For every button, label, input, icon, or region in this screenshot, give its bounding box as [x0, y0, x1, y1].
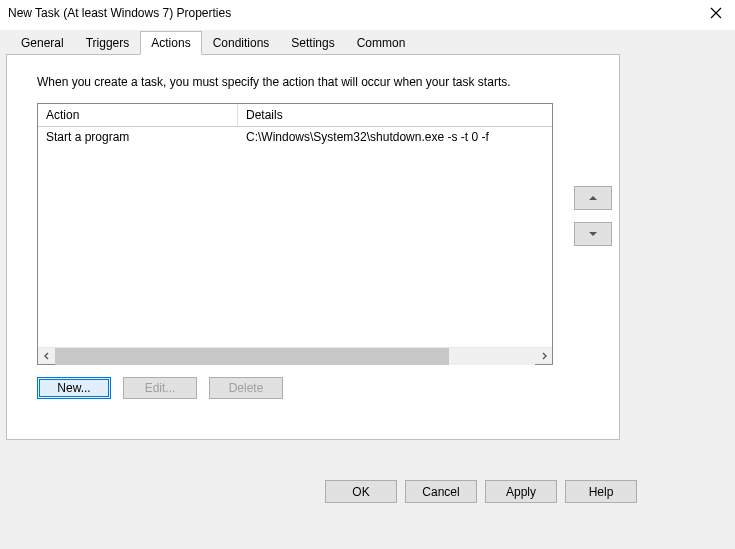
scroll-track[interactable]: [55, 348, 535, 365]
tab-common[interactable]: Common: [346, 31, 417, 55]
dialog-body: General Triggers Actions Conditions Sett…: [0, 30, 735, 549]
instruction-text: When you create a task, you must specify…: [37, 75, 589, 89]
reorder-buttons: [574, 186, 612, 246]
move-down-button[interactable]: [574, 222, 612, 246]
tab-triggers[interactable]: Triggers: [75, 31, 141, 55]
properties-window: New Task (At least Windows 7) Properties…: [0, 0, 735, 549]
close-icon[interactable]: [709, 6, 723, 20]
actions-table: Action Details Start a program C:\Window…: [37, 103, 553, 365]
scroll-thumb[interactable]: [55, 348, 449, 365]
horizontal-scrollbar[interactable]: [38, 347, 552, 364]
tab-general[interactable]: General: [10, 31, 75, 55]
ok-button[interactable]: OK: [325, 480, 397, 503]
tab-actions[interactable]: Actions: [140, 31, 201, 55]
table-row[interactable]: Start a program C:\Windows\System32\shut…: [38, 127, 552, 147]
cancel-button[interactable]: Cancel: [405, 480, 477, 503]
cell-details: C:\Windows\System32\shutdown.exe -s -t 0…: [238, 127, 552, 147]
apply-button[interactable]: Apply: [485, 480, 557, 503]
titlebar: New Task (At least Windows 7) Properties: [0, 0, 735, 24]
tabstrip: General Triggers Actions Conditions Sett…: [6, 30, 729, 54]
table-header: Action Details: [38, 104, 552, 127]
dialog-button-row: OK Cancel Apply Help: [325, 480, 637, 503]
move-up-button[interactable]: [574, 186, 612, 210]
scroll-left-icon[interactable]: [38, 348, 55, 365]
cell-action: Start a program: [38, 127, 238, 147]
tab-settings[interactable]: Settings: [280, 31, 345, 55]
new-button[interactable]: New...: [37, 377, 111, 399]
edit-button[interactable]: Edit...: [123, 377, 197, 399]
tabpanel-actions: When you create a task, you must specify…: [6, 54, 620, 440]
window-title: New Task (At least Windows 7) Properties: [8, 6, 231, 20]
help-button[interactable]: Help: [565, 480, 637, 503]
scroll-right-icon[interactable]: [535, 348, 552, 365]
action-button-row: New... Edit... Delete: [37, 377, 589, 399]
tab-conditions[interactable]: Conditions: [202, 31, 281, 55]
table-body: Start a program C:\Windows\System32\shut…: [38, 127, 552, 347]
column-header-action[interactable]: Action: [38, 104, 238, 126]
delete-button[interactable]: Delete: [209, 377, 283, 399]
column-header-details[interactable]: Details: [238, 104, 552, 126]
